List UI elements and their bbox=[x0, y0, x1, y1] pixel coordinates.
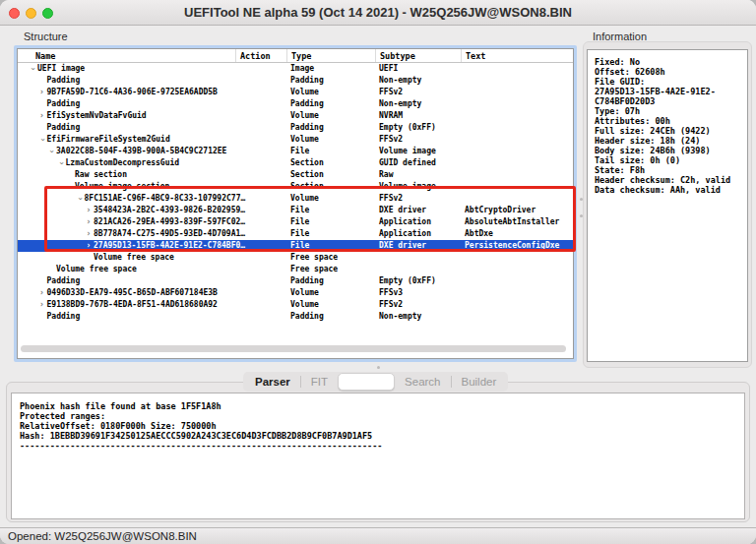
tree-row[interactable]: PaddingPaddingEmpty (0xFF) bbox=[18, 122, 573, 134]
tree-item-subtype bbox=[375, 264, 461, 275]
tree-item-name: Padding bbox=[47, 122, 81, 134]
tree-item-subtype bbox=[375, 252, 461, 264]
tree-item-action bbox=[235, 264, 286, 275]
tree-item-type: Section bbox=[286, 169, 375, 181]
tree-item-action bbox=[235, 157, 286, 169]
tree-item-name: Padding bbox=[47, 75, 81, 87]
tree-item-action bbox=[235, 146, 286, 157]
tree-item-text bbox=[461, 275, 573, 287]
chevron-collapsed-icon[interactable]: › bbox=[84, 240, 94, 252]
tree-item-type: Padding bbox=[286, 311, 375, 323]
chevron-collapsed-icon[interactable]: › bbox=[84, 216, 94, 228]
tree-row[interactable]: Volume free spaceFree space bbox=[18, 252, 573, 264]
tree-row[interactable]: Raw sectionSectionRaw bbox=[18, 169, 573, 181]
tree-row[interactable]: Volume free spaceFree space bbox=[18, 264, 573, 275]
chevron-collapsed-icon[interactable]: › bbox=[37, 87, 47, 98]
tree-row[interactable]: ›8B778A74-C275-49D5-93ED-4D709A1…FileApp… bbox=[18, 228, 573, 240]
tree-item-type: File bbox=[286, 205, 375, 216]
tree-item-action bbox=[235, 75, 286, 87]
chevron-expanded-icon[interactable]: › bbox=[27, 64, 38, 74]
tree-column-headers[interactable]: Name Action Type Subtype Text bbox=[18, 49, 573, 63]
tree-item-name: EfiSystemNvDataFvGuid bbox=[47, 110, 147, 122]
tree-row[interactable]: ›E9138BD9-767B-4EDA-8F51-4AD618680A92Vol… bbox=[18, 299, 573, 311]
tree-item-name: Padding bbox=[47, 98, 81, 110]
tree-row[interactable]: ›Volume image sectionSectionVolume image bbox=[18, 181, 573, 193]
column-header-text[interactable]: Text bbox=[461, 49, 573, 62]
tree-item-subtype: Non-empty bbox=[375, 75, 461, 87]
tree-item-action bbox=[235, 287, 286, 299]
tree-row[interactable]: ›8FC151AE-C96F-4BC9-8C33-107992C77…Volum… bbox=[18, 193, 573, 205]
window-title: UEFITool NE alpha 59 (Oct 14 2021) - W25… bbox=[0, 5, 756, 20]
tree-row[interactable]: ›EfiSystemNvDataFvGuidVolumeNVRAM bbox=[18, 110, 573, 122]
chevron-collapsed-icon[interactable]: › bbox=[84, 228, 94, 240]
tree-item-type: Section bbox=[286, 181, 375, 193]
tab-selected-blank[interactable] bbox=[338, 373, 395, 391]
tree-item-subtype: Empty (0xFF) bbox=[375, 275, 461, 287]
tab-parser[interactable]: Parser bbox=[245, 372, 300, 392]
column-header-type[interactable]: Type bbox=[286, 49, 375, 62]
tree-item-subtype: DXE driver bbox=[375, 205, 461, 216]
messages-tab-bar: ParserFITSearchBuilder bbox=[243, 372, 508, 392]
tree-item-subtype: GUID defined bbox=[375, 157, 461, 169]
tree-rows-container: ›UEFI imageImageUEFIPaddingPaddingNon-em… bbox=[18, 63, 573, 358]
tree-item-name: 27A95D13-15FB-4A2E-91E2-C784BF0… bbox=[94, 240, 245, 252]
tree-item-type: Volume bbox=[286, 287, 375, 299]
tree-row[interactable]: ›0496D33D-EA79-495C-B65D-ABF607184E3BVol… bbox=[18, 287, 573, 299]
tab-builder[interactable]: Builder bbox=[452, 372, 507, 392]
tree-row[interactable]: ›3A022C8B-504F-439B-900A-5B4C9C2712EEFil… bbox=[18, 146, 573, 157]
tree-item-name: Volume free space bbox=[56, 264, 137, 275]
tree-item-type: Volume bbox=[286, 134, 375, 146]
tree-item-action bbox=[235, 205, 286, 216]
tree-item-subtype: Volume image bbox=[375, 146, 461, 157]
vertical-splitter-handle[interactable] bbox=[580, 198, 583, 201]
tree-row[interactable]: PaddingPaddingEmpty (0xFF) bbox=[18, 275, 573, 287]
tree-row[interactable]: ›EfiFirmwareFileSystem2GuidVolumeFFSv2 bbox=[18, 134, 573, 146]
column-header-action[interactable]: Action bbox=[235, 49, 286, 62]
tree-item-type: Volume bbox=[286, 193, 375, 205]
chevron-expanded-icon[interactable]: › bbox=[45, 147, 57, 156]
tree-row[interactable]: PaddingPaddingNon-empty bbox=[18, 98, 573, 110]
chevron-collapsed-icon[interactable]: › bbox=[37, 299, 47, 311]
chevron-collapsed-icon[interactable]: › bbox=[37, 287, 47, 299]
tree-row[interactable]: ›9B7FA59D-71C6-4A36-906E-9725EA6ADD5BVol… bbox=[18, 87, 573, 98]
tab-fit[interactable]: FIT bbox=[301, 372, 338, 392]
horizontal-splitter-handle[interactable] bbox=[377, 366, 380, 369]
tree-row[interactable]: PaddingPaddingNon-empty bbox=[18, 75, 573, 87]
tree-row[interactable]: ›LzmaCustomDecompressGuidSectionGUID def… bbox=[18, 157, 573, 169]
tree-row[interactable]: ›UEFI imageImageUEFI bbox=[18, 63, 573, 75]
chevron-expanded-icon[interactable]: › bbox=[55, 158, 67, 168]
tree-item-name: Raw section bbox=[75, 169, 127, 181]
tree-item-action bbox=[235, 181, 286, 193]
tab-search[interactable]: Search bbox=[395, 372, 450, 392]
tree-item-text: PersistenceConfigDxe bbox=[461, 240, 573, 252]
chevron-collapsed-icon[interactable]: › bbox=[37, 110, 47, 122]
chevron-expanded-icon[interactable]: › bbox=[64, 182, 76, 192]
tree-item-action bbox=[235, 87, 286, 98]
column-header-name[interactable]: Name bbox=[18, 49, 235, 62]
parser-log-output[interactable]: Phoenix hash file found at base 1F5F1A8h… bbox=[11, 393, 745, 519]
info-line: Body size: 24B6h (9398) bbox=[595, 146, 747, 155]
tree-row[interactable]: PaddingPaddingNon-empty bbox=[18, 311, 573, 323]
tree-item-text bbox=[461, 193, 573, 205]
tree-item-name: LzmaCustomDecompressGuid bbox=[66, 157, 180, 169]
column-header-subtype[interactable]: Subtype bbox=[375, 49, 461, 62]
tree-item-name: 9B7FA59D-71C6-4A36-906E-9725EA6ADD5B bbox=[47, 87, 218, 98]
tree-item-name: 0496D33D-EA79-495C-B65D-ABF607184E3B bbox=[47, 287, 218, 299]
tree-row[interactable]: ›821ACA26-29EA-4993-839F-597FC02…FileApp… bbox=[18, 216, 573, 228]
chevron-collapsed-icon[interactable]: › bbox=[84, 205, 94, 216]
horizontal-scrollbar[interactable] bbox=[21, 345, 566, 352]
info-line: Attributes: 00h bbox=[595, 116, 747, 126]
tree-item-type: File bbox=[286, 228, 375, 240]
information-text: Fixed: NoOffset: 62608hFile GUID:27A95D1… bbox=[587, 49, 748, 362]
tree-item-action bbox=[235, 193, 286, 205]
tree-item-text bbox=[461, 87, 573, 98]
tree-item-type: Padding bbox=[286, 275, 375, 287]
chevron-expanded-icon[interactable]: › bbox=[36, 135, 48, 145]
chevron-expanded-icon[interactable]: › bbox=[74, 194, 86, 204]
vertical-splitter-handle[interactable] bbox=[580, 214, 583, 217]
tree-item-text bbox=[461, 75, 573, 87]
tree-row-selected[interactable]: ›27A95D13-15FB-4A2E-91E2-C784BF0…FileDXE… bbox=[18, 240, 573, 252]
title-bar: UEFITool NE alpha 59 (Oct 14 2021) - W25… bbox=[0, 0, 756, 26]
tree-item-subtype: UEFI bbox=[375, 63, 461, 75]
tree-row[interactable]: ›3548423A-2B2C-4393-9826-B202959…FileDXE… bbox=[18, 205, 573, 216]
